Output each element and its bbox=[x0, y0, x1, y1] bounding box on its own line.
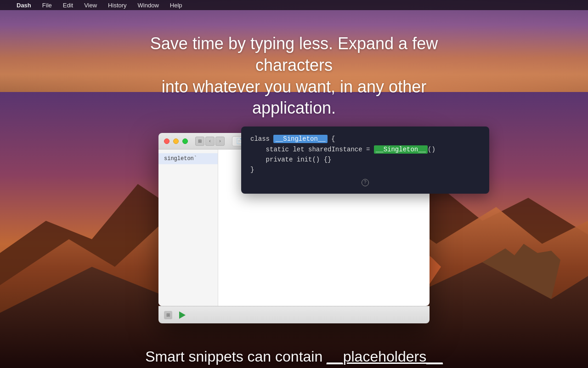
maximize-button[interactable] bbox=[182, 138, 188, 144]
code-line-4: } bbox=[250, 165, 480, 175]
history-menu-item[interactable]: History bbox=[106, 2, 128, 9]
headline-bottom: Smart snippets can contain __placeholder… bbox=[145, 346, 443, 368]
code-line-3: private init() {} bbox=[250, 155, 480, 165]
nav-grid-icon[interactable]: ⊞ bbox=[195, 137, 204, 146]
menubar: Dash File Edit View History Window Help bbox=[0, 0, 588, 10]
view-menu-item[interactable]: View bbox=[82, 2, 99, 9]
window-sidebar: singleton` bbox=[158, 150, 218, 306]
help-icon: ? bbox=[362, 179, 369, 186]
window-bottombar: ⊞ bbox=[158, 306, 430, 323]
nav-back-button[interactable]: ‹ bbox=[205, 137, 215, 146]
code-line-2: static let sharedInstance = __Singleton_… bbox=[250, 144, 480, 155]
code-line-1: class __Singleton__ { bbox=[250, 134, 480, 144]
edit-menu-item[interactable]: Edit bbox=[61, 2, 75, 9]
help-menu-item[interactable]: Help bbox=[168, 2, 184, 9]
nav-forward-button[interactable]: › bbox=[215, 137, 225, 146]
file-menu-item[interactable]: File bbox=[40, 2, 54, 9]
app-window: ⊞ ‹ › 📄 Singleton singleton` class __Sin… bbox=[158, 133, 430, 323]
close-button[interactable] bbox=[164, 138, 170, 144]
image-icon[interactable]: ⊞ bbox=[164, 311, 172, 319]
window-menu-item[interactable]: Window bbox=[136, 2, 161, 9]
play-button[interactable] bbox=[178, 310, 187, 320]
app-name-menu-item[interactable]: Dash bbox=[15, 2, 33, 9]
headline-top: Save time by typing less. Expand a few c… bbox=[133, 33, 455, 119]
code-popup: class __Singleton__ { static let sharedI… bbox=[241, 126, 489, 194]
class-name-highlight: __Singleton__ bbox=[273, 135, 327, 143]
placeholder-text: __placeholders__ bbox=[327, 348, 443, 365]
snippet-item[interactable]: singleton` bbox=[158, 153, 218, 164]
help-button[interactable]: ? bbox=[250, 179, 480, 186]
window-body: singleton` class __Singleton__ { static … bbox=[158, 150, 430, 306]
window-nav: ⊞ ‹ › bbox=[195, 137, 225, 146]
play-triangle-icon bbox=[179, 311, 186, 319]
main-content: Save time by typing less. Expand a few c… bbox=[0, 10, 588, 368]
minimize-button[interactable] bbox=[173, 138, 179, 144]
window-main: class __Singleton__ { static let sharedI… bbox=[218, 150, 430, 306]
instance-name-highlight: __Singleton__ bbox=[374, 145, 428, 154]
